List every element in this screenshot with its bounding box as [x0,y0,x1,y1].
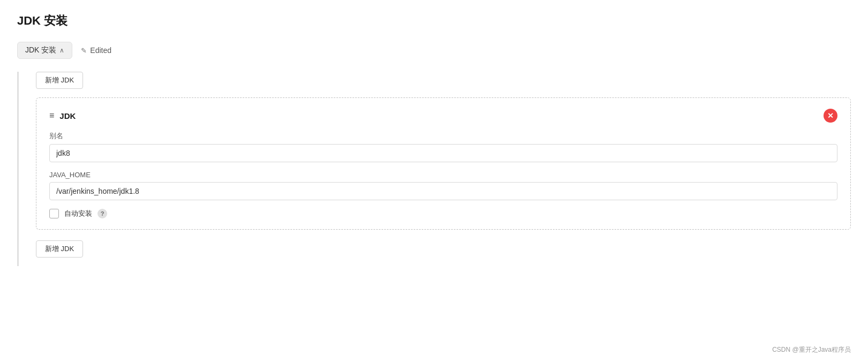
page-title: JDK 安装 [17,13,851,29]
java-home-label: JAVA_HOME [49,171,837,179]
edited-badge: ✎ Edited [81,46,111,55]
chevron-up-icon: ∧ [59,47,64,54]
edited-label: Edited [90,46,111,55]
auto-install-row: 自动安装 ? [49,209,837,218]
footer-text: CSDN @重开之Java程序员 [772,345,851,354]
remove-jdk-button[interactable]: ✕ [824,109,837,123]
pencil-icon: ✎ [81,47,87,55]
alias-label: 别名 [49,131,837,141]
auto-install-label: 自动安装 [64,209,92,218]
java-home-field-group: JAVA_HOME [49,171,837,200]
jdk-card: ≡ JDK ✕ 别名 JAVA_HOME 自动安装 ? [36,97,851,230]
jdk-card-title-area: ≡ JDK [49,111,76,120]
breadcrumb-label: JDK 安装 [25,46,56,55]
auto-install-checkbox[interactable] [49,209,59,218]
drag-handle-icon[interactable]: ≡ [49,111,54,120]
alias-input[interactable] [49,144,837,162]
jdk-card-header: ≡ JDK ✕ [49,109,837,123]
close-icon: ✕ [827,112,834,119]
content-area: 新增 JDK ≡ JDK ✕ 别名 JAVA_HOME [17,72,851,266]
add-jdk-button-bottom[interactable]: 新增 JDK [36,240,83,258]
help-icon[interactable]: ? [98,209,107,218]
alias-field-group: 别名 [49,131,837,162]
java-home-input[interactable] [49,182,837,200]
breadcrumb-item[interactable]: JDK 安装 ∧ [17,42,72,59]
add-jdk-button-top[interactable]: 新增 JDK [36,72,83,89]
jdk-card-title: JDK [59,111,76,120]
breadcrumb-bar: JDK 安装 ∧ ✎ Edited [17,42,851,59]
